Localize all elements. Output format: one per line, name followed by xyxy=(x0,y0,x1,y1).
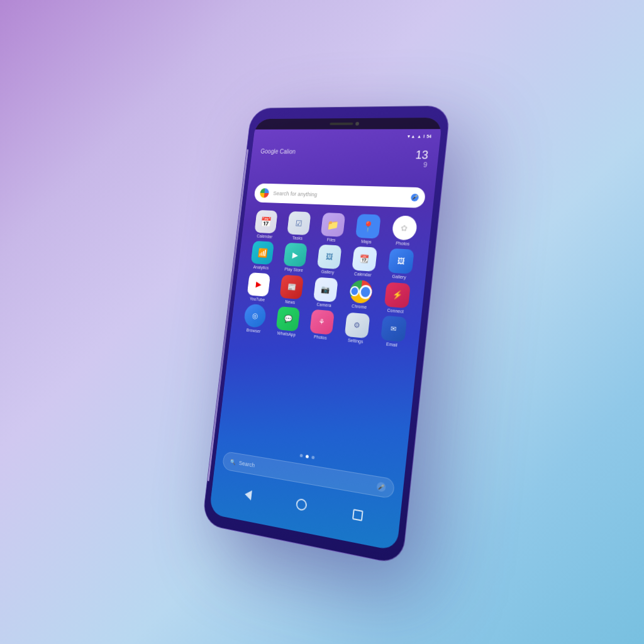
app-label-maps: Maps xyxy=(361,239,372,245)
app-item-maps[interactable]: 📍 Maps xyxy=(350,214,386,246)
app-item-gallery2[interactable]: 🖼 Gallery xyxy=(382,248,419,282)
app-label-connect: Connect xyxy=(387,308,404,314)
app-label-browser: Browser xyxy=(246,328,260,334)
calendar2-icon: 📆 xyxy=(352,247,377,272)
app-label-whatsapp: WhatsApp xyxy=(277,331,296,338)
app-label-play: Play Store xyxy=(284,267,303,274)
calendar-icon: 📅 xyxy=(255,210,278,233)
battery-icon: 54 xyxy=(426,134,432,138)
app-item-gallery[interactable]: 🖼 Gallery xyxy=(311,245,347,277)
signal-icon: ▼▲ xyxy=(406,134,416,138)
nav-dot-1[interactable] xyxy=(299,453,303,457)
app-label-youtube: YouTube xyxy=(249,296,265,303)
whatsapp-icon: 💬 xyxy=(276,306,301,331)
google-logo xyxy=(260,188,270,197)
phone-wrapper: ▼▲ ▲ I 54 Google Calion 13 9 xyxy=(202,106,451,565)
bottom-mic-icon[interactable]: 🎤 xyxy=(376,482,386,492)
photos-icon: ✿ xyxy=(391,215,418,240)
header-row: Google Calion 13 9 xyxy=(259,148,429,169)
app-label-photos2: Photos xyxy=(314,335,327,341)
recent-button[interactable] xyxy=(348,504,367,525)
camera-icon: 📷 xyxy=(313,277,338,302)
mic-icon[interactable]: 🎤 xyxy=(411,194,419,202)
front-camera xyxy=(355,122,359,126)
app-label-files: Files xyxy=(326,237,336,243)
home-button[interactable] xyxy=(292,494,311,514)
files-icon: 📁 xyxy=(321,213,346,237)
app-label-gallery2: Gallery xyxy=(392,274,406,280)
nav-dot-2[interactable] xyxy=(305,455,308,458)
power-button[interactable] xyxy=(433,228,440,264)
app-label-email: Email xyxy=(386,341,397,348)
app-label-chrome: Chrome xyxy=(352,304,367,310)
signal-bars: I xyxy=(423,134,425,138)
app-label-gallery: Gallery xyxy=(321,270,335,276)
analytics-icon: 📶 xyxy=(251,241,274,265)
gallery2-icon: 🖼 xyxy=(387,248,414,274)
back-button[interactable] xyxy=(240,484,257,504)
status-bar: ▼▲ ▲ I 54 xyxy=(253,129,441,143)
app-item-calendar2[interactable]: 📆 Calendar xyxy=(346,247,382,279)
back-icon xyxy=(245,489,252,500)
app-item-news[interactable]: 📰 News xyxy=(274,274,309,306)
app-label-settings: Settings xyxy=(347,338,363,345)
app-item-settings[interactable]: ⚙ Settings xyxy=(338,312,375,346)
app-item-email[interactable]: ✉ Email xyxy=(374,315,412,350)
volume-down-button[interactable] xyxy=(232,231,237,255)
app-item-connect[interactable]: ⚡ Connect xyxy=(378,282,416,316)
search-bar[interactable]: Search for anything 🎤 xyxy=(253,183,426,208)
app-item-youtube[interactable]: ▶ YouTube xyxy=(242,272,275,303)
tasks-icon: ☑ xyxy=(287,211,311,235)
app-item-photos2[interactable]: ⚘ Photos xyxy=(304,309,340,342)
screen-header: Google Calion 13 9 xyxy=(249,142,440,179)
photos2-icon: ⚘ xyxy=(309,309,335,335)
app-item-camera[interactable]: 📷 Camera xyxy=(308,277,343,309)
status-icons: ▼▲ ▲ I 54 xyxy=(406,134,431,138)
settings-icon: ⚙ xyxy=(344,313,370,339)
app-item-whatsapp[interactable]: 💬 WhatsApp xyxy=(270,306,305,338)
app-item-files[interactable]: 📁 Files xyxy=(315,213,350,244)
app-item-calendar[interactable]: 📅 Calendar xyxy=(249,210,282,240)
header-date: 13 xyxy=(415,149,429,160)
maps-icon: 📍 xyxy=(355,214,381,238)
connect-icon: ⚡ xyxy=(384,282,410,308)
app-label-news: News xyxy=(285,299,296,306)
youtube-icon: ▶ xyxy=(247,272,270,297)
news-icon: 📰 xyxy=(280,275,304,300)
app-item-photos[interactable]: ✿ Photos xyxy=(386,215,423,248)
volume-up-button[interactable] xyxy=(236,202,241,225)
chrome-icon xyxy=(348,279,373,304)
phone-body: ▼▲ ▲ I 54 Google Calion 13 9 xyxy=(202,106,451,565)
browser-icon: ◎ xyxy=(243,304,267,329)
app-label-analytics: Analytics xyxy=(253,265,269,271)
email-icon: ✉ xyxy=(380,316,407,343)
app-label-calendar2: Calendar xyxy=(353,272,371,278)
app-grid: 📅 Calendar ☑ Tasks 📁 Files 📍 Maps xyxy=(236,209,425,350)
bottom-search-icon: 🔍 xyxy=(230,458,236,465)
app-item-play[interactable]: ▶ Play Store xyxy=(278,243,313,274)
app-item-analytics[interactable]: 📶 Analytics xyxy=(246,241,279,272)
gallery-icon: 🖼 xyxy=(317,245,342,270)
wifi-icon: ▲ xyxy=(417,134,422,138)
app-label-photos: Photos xyxy=(396,241,410,247)
app-item-browser[interactable]: ◎ Browser xyxy=(238,303,272,335)
play-icon: ▶ xyxy=(284,243,308,267)
phone-screen: ▼▲ ▲ I 54 Google Calion 13 9 xyxy=(209,118,442,551)
google-account-text: Google Calion xyxy=(260,148,296,155)
app-item-chrome[interactable]: Chrome xyxy=(342,279,379,313)
app-label-calendar: Calendar xyxy=(257,234,273,240)
search-placeholder: Search for anything xyxy=(273,191,411,201)
recent-icon xyxy=(352,509,364,521)
scene: ▼▲ ▲ I 54 Google Calion 13 9 xyxy=(0,0,644,644)
app-label-tasks: Tasks xyxy=(292,236,303,242)
header-notification: 9 xyxy=(414,160,427,168)
speaker xyxy=(330,123,353,125)
header-time-block: 13 9 xyxy=(414,149,428,168)
notch-bar xyxy=(255,118,443,130)
nav-dot-3[interactable] xyxy=(311,455,314,459)
home-icon xyxy=(296,497,308,511)
app-label-camera: Camera xyxy=(316,302,331,308)
app-item-tasks[interactable]: ☑ Tasks xyxy=(282,211,316,242)
